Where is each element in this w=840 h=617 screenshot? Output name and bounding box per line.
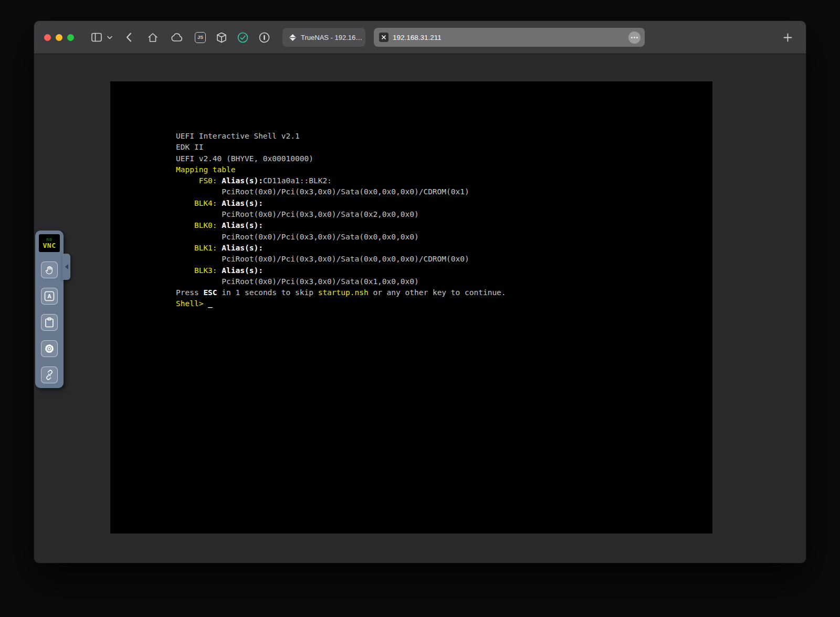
console-line: Shell> _ <box>176 298 712 309</box>
keyboard-icon: A <box>44 291 55 301</box>
console-line: Mapping table <box>176 164 712 175</box>
site-icon <box>379 33 388 42</box>
hand-icon <box>45 265 55 275</box>
gear-icon <box>44 343 55 354</box>
page-settings-ellipsis-icon[interactable] <box>628 32 640 44</box>
browser-page: UEFI Interactive Shell v2.1EDK IIUEFI v2… <box>34 55 806 563</box>
disconnect-icon <box>44 370 55 380</box>
console-line: BLK3: Alias(s): <box>176 265 712 276</box>
cube-extension-icon[interactable] <box>216 32 227 43</box>
address-bar[interactable]: 192.168.31.211 <box>374 28 645 47</box>
console-output: UEFI Interactive Shell v2.1EDK IIUEFI v2… <box>110 81 712 310</box>
console-line: Press ESC in 1 seconds to skip startup.n… <box>176 287 712 298</box>
close-window-button[interactable] <box>44 34 51 41</box>
browser-tab[interactable]: TrueNAS - 192.16… <box>282 28 365 47</box>
console-line: PciRoot(0x0)/Pci(0x3,0x0)/Sata(0x0,0x0,0… <box>176 186 712 197</box>
vnc-screen[interactable]: UEFI Interactive Shell v2.1EDK IIUEFI v2… <box>110 81 712 534</box>
console-line: UEFI v2.40 (BHYVE, 0x00010000) <box>176 153 712 164</box>
traffic-lights <box>44 34 74 41</box>
control-bar-handle[interactable] <box>62 254 70 280</box>
new-tab-plus-icon[interactable] <box>783 33 792 42</box>
console-line: FS0: Alias(s):CD11a0a1::BLK2: <box>176 175 712 186</box>
console-line: EDK II <box>176 142 712 153</box>
check-circle-extension-icon[interactable] <box>237 32 248 43</box>
sidebar-icon[interactable] <box>91 33 102 42</box>
tab-title: TrueNAS - 192.16… <box>301 34 362 41</box>
novnc-logo: no VNC <box>39 234 60 252</box>
keyhole-extension-icon[interactable] <box>259 32 270 43</box>
novnc-control-bar: no VNC A <box>35 231 64 388</box>
zoom-window-button[interactable] <box>67 34 74 41</box>
url-text: 192.168.31.211 <box>393 34 442 41</box>
browser-window: JS TrueNAS - 192.16… 192.168.31.211 <box>34 21 806 563</box>
truenas-favicon-icon <box>289 34 297 41</box>
svg-text:A: A <box>47 293 51 299</box>
chevron-down-icon[interactable] <box>107 36 112 39</box>
clipboard-icon <box>45 317 54 328</box>
back-icon[interactable] <box>126 33 132 42</box>
extra-keys-button[interactable]: A <box>41 288 58 305</box>
console-line: PciRoot(0x0)/Pci(0x3,0x0)/Sata(0x0,0x0,0… <box>176 232 712 243</box>
novnc-logo-main: VNC <box>43 242 56 249</box>
console-line: PciRoot(0x0)/Pci(0x3,0x0)/Sata(0x0,0x0,0… <box>176 254 712 265</box>
console-line: PciRoot(0x0)/Pci(0x3,0x0)/Sata(0x2,0x0,0… <box>176 209 712 220</box>
settings-button[interactable] <box>41 340 58 357</box>
drag-viewport-button[interactable] <box>41 262 58 278</box>
console-line: BLK0: Alias(s): <box>176 220 712 231</box>
console-line: BLK4: Alias(s): <box>176 198 712 209</box>
disconnect-button[interactable] <box>41 367 58 383</box>
cloud-icon[interactable] <box>171 33 183 42</box>
console-line: UEFI Interactive Shell v2.1 <box>176 131 712 142</box>
home-icon[interactable] <box>148 33 158 43</box>
browser-toolbar: JS TrueNAS - 192.16… 192.168.31.211 <box>34 21 806 54</box>
clipboard-button[interactable] <box>41 314 58 331</box>
collapse-arrow-icon <box>65 264 68 269</box>
minimize-window-button[interactable] <box>56 34 62 41</box>
console-line: BLK1: Alias(s): <box>176 243 712 254</box>
js-extension-icon[interactable]: JS <box>195 32 206 43</box>
console-line: PciRoot(0x0)/Pci(0x3,0x0)/Sata(0x1,0x0,0… <box>176 276 712 287</box>
